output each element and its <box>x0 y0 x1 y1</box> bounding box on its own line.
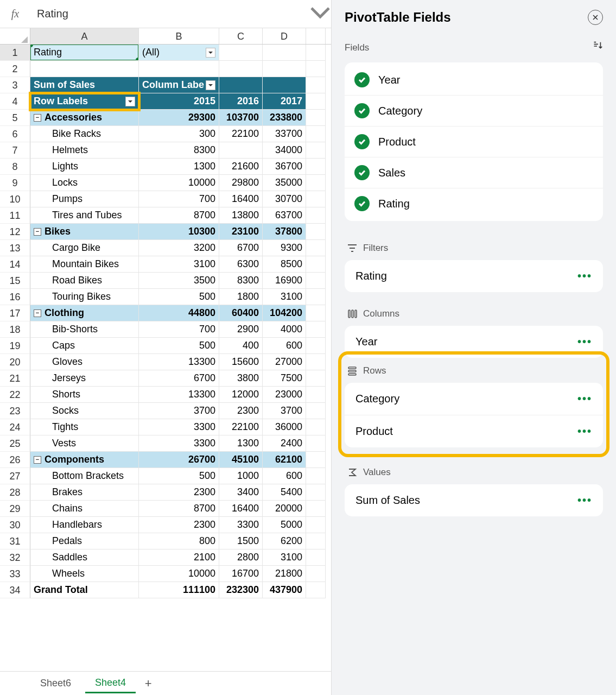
cell[interactable] <box>306 549 326 566</box>
cell[interactable] <box>306 582 326 598</box>
row-number[interactable]: 33 <box>0 566 30 582</box>
col-header-b[interactable]: B <box>139 28 219 44</box>
row-number[interactable]: 18 <box>0 321 30 338</box>
value-cell[interactable]: 437900 <box>263 582 306 598</box>
row-number[interactable]: 10 <box>0 191 30 207</box>
grand-total-row[interactable]: Grand Total <box>30 582 139 598</box>
value-cell[interactable]: 29300 <box>139 110 219 126</box>
category-row[interactable]: −Bikes <box>30 224 139 240</box>
cell[interactable] <box>306 501 326 517</box>
value-cell[interactable]: 29800 <box>219 175 263 191</box>
year-col[interactable]: 2015 <box>139 93 219 110</box>
item-row[interactable]: Cargo Bike <box>30 240 139 256</box>
col-header-e[interactable] <box>306 28 326 44</box>
row-number[interactable]: 23 <box>0 403 30 419</box>
value-cell[interactable]: 10300 <box>139 224 219 240</box>
item-row[interactable]: Pumps <box>30 191 139 207</box>
value-cell[interactable]: 62100 <box>263 452 306 468</box>
value-cell[interactable]: 27000 <box>263 354 306 370</box>
close-icon[interactable] <box>588 10 603 25</box>
value-cell[interactable]: 36000 <box>263 419 306 435</box>
field-item-category[interactable]: Category <box>345 95 603 126</box>
value-cell[interactable]: 3700 <box>139 403 219 419</box>
value-cell[interactable]: 5000 <box>263 517 306 533</box>
row-number[interactable]: 9 <box>0 175 30 191</box>
value-cell[interactable]: 60400 <box>219 305 263 321</box>
row-number[interactable]: 28 <box>0 484 30 501</box>
collapse-icon[interactable]: − <box>34 228 41 236</box>
value-cell[interactable]: 1300 <box>139 159 219 175</box>
row-number[interactable]: 2 <box>0 61 30 77</box>
item-row[interactable]: Tires and Tubes <box>30 207 139 224</box>
item-row[interactable]: Bib-Shorts <box>30 321 139 338</box>
value-cell[interactable]: 2300 <box>139 517 219 533</box>
value-cell[interactable]: 22100 <box>219 419 263 435</box>
row-number[interactable]: 20 <box>0 354 30 370</box>
cell[interactable] <box>306 142 326 159</box>
value-cell[interactable]: 8700 <box>139 207 219 224</box>
row-number[interactable]: 8 <box>0 159 30 175</box>
value-cell[interactable]: 3300 <box>219 517 263 533</box>
item-row[interactable]: Saddles <box>30 549 139 566</box>
tab-sheet4[interactable]: Sheet4 <box>85 674 136 693</box>
row-pill-product[interactable]: Product ••• <box>345 415 603 447</box>
cell[interactable] <box>306 435 326 452</box>
value-cell[interactable]: 45100 <box>219 452 263 468</box>
value-cell[interactable]: 30700 <box>263 191 306 207</box>
item-row[interactable]: Bike Racks <box>30 126 139 142</box>
value-cell[interactable]: 13300 <box>139 387 219 403</box>
cell[interactable] <box>263 45 306 61</box>
value-cell[interactable]: 800 <box>139 533 219 549</box>
cell[interactable] <box>306 45 326 61</box>
value-cell[interactable]: 3100 <box>263 289 306 305</box>
row-number[interactable]: 5 <box>0 110 30 126</box>
value-cell[interactable]: 2800 <box>219 549 263 566</box>
value-cell[interactable]: 232300 <box>219 582 263 598</box>
cell[interactable] <box>306 256 326 273</box>
more-icon[interactable]: ••• <box>577 425 592 438</box>
row-number[interactable]: 24 <box>0 419 30 435</box>
row-number[interactable]: 13 <box>0 240 30 256</box>
more-icon[interactable]: ••• <box>577 336 592 348</box>
value-cell[interactable]: 6700 <box>219 240 263 256</box>
value-cell[interactable]: 1300 <box>219 435 263 452</box>
value-cell[interactable]: 8300 <box>139 142 219 159</box>
value-cell[interactable]: 300 <box>139 126 219 142</box>
value-cell[interactable]: 7500 <box>263 370 306 387</box>
row-number[interactable]: 11 <box>0 207 30 224</box>
value-cell[interactable]: 2900 <box>219 321 263 338</box>
value-cell[interactable]: 500 <box>139 468 219 484</box>
add-sheet-button[interactable]: + <box>140 677 156 691</box>
cell[interactable] <box>306 224 326 240</box>
value-cell[interactable]: 26700 <box>139 452 219 468</box>
value-cell[interactable]: 104200 <box>263 305 306 321</box>
row-number[interactable]: 17 <box>0 305 30 321</box>
more-icon[interactable]: ••• <box>577 270 592 282</box>
cell[interactable] <box>306 338 326 354</box>
collapse-icon[interactable]: − <box>34 456 41 464</box>
value-cell[interactable]: 9300 <box>263 240 306 256</box>
value-cell[interactable]: 2300 <box>139 484 219 501</box>
row-number[interactable]: 31 <box>0 533 30 549</box>
value-cell[interactable]: 63700 <box>263 207 306 224</box>
cell[interactable] <box>263 77 306 93</box>
cell[interactable] <box>306 468 326 484</box>
value-cell[interactable]: 2300 <box>219 403 263 419</box>
cell[interactable] <box>139 61 219 77</box>
value-cell[interactable]: 2100 <box>139 549 219 566</box>
row-number[interactable]: 14 <box>0 256 30 273</box>
value-cell[interactable]: 23100 <box>219 224 263 240</box>
value-cell[interactable]: 233800 <box>263 110 306 126</box>
value-cell[interactable]: 13800 <box>219 207 263 224</box>
value-cell[interactable]: 34000 <box>263 142 306 159</box>
row-pill-category[interactable]: Category ••• <box>345 383 603 415</box>
item-row[interactable]: Jerseys <box>30 370 139 387</box>
cell[interactable] <box>306 484 326 501</box>
row-number[interactable]: 27 <box>0 468 30 484</box>
value-cell[interactable]: 23000 <box>263 387 306 403</box>
value-cell[interactable]: 600 <box>263 338 306 354</box>
value-cell[interactable]: 3100 <box>139 256 219 273</box>
value-cell[interactable]: 1500 <box>219 533 263 549</box>
value-cell[interactable]: 500 <box>139 338 219 354</box>
value-cell[interactable]: 6700 <box>139 370 219 387</box>
